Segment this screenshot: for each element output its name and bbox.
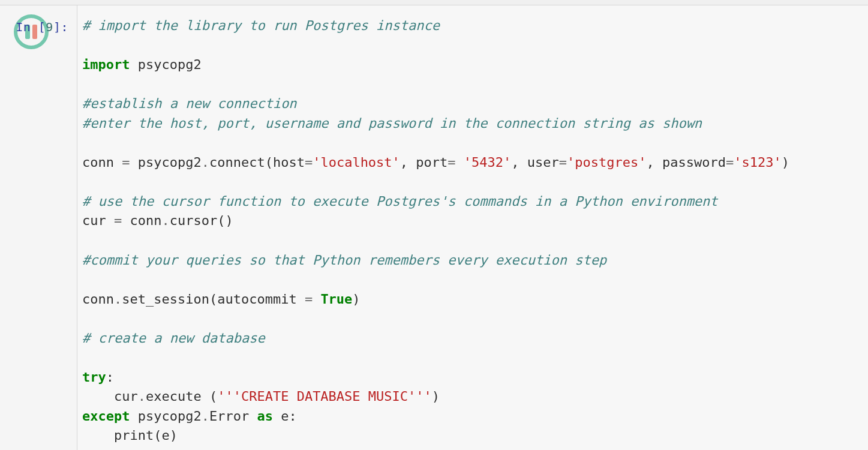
code-punct: ) — [352, 292, 360, 307]
code-comment: # create a new database — [82, 331, 265, 346]
code-op: . — [138, 389, 146, 404]
code-comment: #establish a new connection — [82, 96, 297, 111]
code-op: . — [202, 155, 209, 170]
code-op: = — [726, 155, 734, 170]
prompt-prefix: In — [16, 20, 38, 34]
code-string: 's123' — [734, 155, 781, 170]
code-name: conn — [122, 213, 161, 228]
code-name: Error — [209, 409, 257, 424]
code-keyword-import: import — [82, 57, 130, 72]
notebook-cell: In [9]: # import the library to run Post… — [0, 5, 868, 450]
code-space — [313, 292, 320, 307]
code-comment: #enter the host, port, username and pass… — [82, 116, 702, 131]
prompt-bracket-close: ]: — [53, 20, 68, 34]
code-string: 'postgres' — [567, 155, 646, 170]
code-name: conn — [82, 155, 122, 170]
code-comment: #commit your queries so that Python reme… — [82, 253, 606, 268]
code-name: , user — [511, 155, 558, 170]
code-name: e: — [273, 409, 297, 424]
code-call: set_session(autocommit — [122, 292, 305, 307]
code-punct: : — [106, 370, 114, 385]
code-op: = — [559, 155, 567, 170]
prompt-bracket-open: [ — [38, 20, 46, 34]
code-op: = — [305, 155, 313, 170]
code-call: print(e) — [82, 428, 178, 443]
code-keyword-except: except — [82, 409, 130, 424]
code-module: psycopg2 — [130, 57, 201, 72]
code-keyword-as: as — [257, 409, 273, 424]
code-punct: ) — [782, 155, 789, 170]
code-op: = — [114, 213, 122, 228]
code-call: execute ( — [146, 389, 217, 404]
code-call: connect(host — [209, 155, 305, 170]
prompt-execution-count: 9 — [46, 20, 53, 34]
code-string: '''CREATE DATABASE MUSIC''' — [217, 389, 432, 404]
code-cell-input[interactable]: # import the library to run Postgres ins… — [77, 5, 868, 450]
code-keyword-try: try — [82, 370, 106, 385]
code-name: , port — [400, 155, 447, 170]
code-op: . — [114, 292, 122, 307]
code-name: psycopg2 — [130, 155, 201, 170]
code-string: 'localhost' — [313, 155, 400, 170]
code-op: = — [122, 155, 130, 170]
code-name: , password — [647, 155, 726, 170]
code-string: '5432' — [464, 155, 511, 170]
code-name: cur — [82, 389, 138, 404]
code-call: cursor() — [170, 213, 233, 228]
code-comment: # import the library to run Postgres ins… — [82, 18, 440, 33]
code-comment: # use the cursor function to execute Pos… — [82, 194, 718, 209]
code-op: . — [161, 213, 169, 228]
code-bool: True — [320, 292, 352, 307]
code-name: conn — [82, 292, 114, 307]
code-name: psycopg2 — [130, 409, 201, 424]
code-op: = — [305, 292, 313, 307]
input-prompt: In [9]: — [0, 5, 77, 34]
code-op: . — [202, 409, 209, 424]
code-name: cur — [82, 213, 114, 228]
code-punct: ) — [432, 389, 440, 404]
code-space — [456, 155, 464, 170]
window-chrome-strip — [0, 0, 868, 5]
code-op: = — [447, 155, 455, 170]
